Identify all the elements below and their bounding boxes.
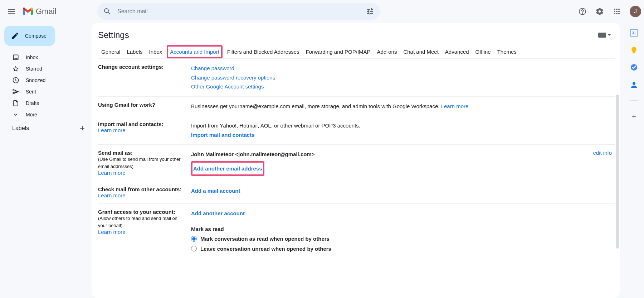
tab-advanced[interactable]: Advanced [442,45,472,58]
tasks-icon [630,64,638,71]
calendar-icon: 31 [630,29,638,37]
help-icon [578,7,587,16]
tab-accounts-import[interactable]: Accounts and Import [167,45,223,58]
scrollbar[interactable] [616,95,619,249]
star-icon [12,65,19,72]
add-mail-account-link[interactable]: Add a mail account [191,188,240,194]
tab-themes[interactable]: Themes [494,45,520,58]
add-label-button[interactable] [79,125,86,132]
compose-label: Compose [25,33,47,39]
get-addons-button[interactable] [630,112,638,121]
gmail-icon [23,8,33,15]
sidebar-item-starred[interactable]: Starred [3,63,92,74]
sidebar: Compose Inbox Starred Snoozed Sent Draft… [0,23,92,298]
search-button[interactable] [100,4,114,19]
search-options-button[interactable] [363,4,377,19]
sidebar-item-snoozed[interactable]: Snoozed [3,74,92,86]
tab-offline[interactable]: Offline [472,45,494,58]
change-password-link[interactable]: Change password [191,65,234,71]
apps-button[interactable] [610,4,624,19]
sidebar-item-sent[interactable]: Sent [3,86,92,97]
work-text: Businesses get yourname@example.com emai… [191,103,441,109]
change-recovery-link[interactable]: Change password recovery options [191,74,275,81]
plus-icon [79,125,86,132]
tab-forwarding[interactable]: Forwarding and POP/IMAP [303,45,374,58]
settings-tabs: General Labels Inbox Accounts and Import… [98,43,615,59]
tab-inbox[interactable]: Inbox [146,45,166,58]
sendas-sub: (Use Gmail to send mail from your other … [98,156,187,170]
account-avatar[interactable]: J [630,6,641,17]
compose-button[interactable]: Compose [4,26,55,46]
sidebar-item-drafts[interactable]: Drafts [3,97,92,109]
sendas-learn-more-link[interactable]: Learn more [98,170,126,176]
work-heading: Using Gmail for work? [98,102,187,108]
mark-read-radio[interactable] [191,236,197,242]
support-button[interactable] [575,4,590,19]
search-input[interactable] [114,8,363,15]
tasks-app-button[interactable] [630,63,638,72]
other-settings-link[interactable]: Other Google Account settings [191,83,264,90]
import-learn-more-link[interactable]: Learn more [98,127,126,133]
chevron-down-icon [12,111,19,118]
edit-info-link[interactable]: edit info [593,150,612,156]
main-content: Settings General Labels Inbox Accounts a… [92,23,620,298]
pencil-icon [11,32,19,40]
mark-read-option[interactable]: Mark conversation as read when opened by… [191,234,612,244]
side-divider [630,100,638,101]
sendas-identity: John Mailmeteor <john.mailmeteor@gmail.c… [191,150,569,159]
side-panel: 31 [624,23,644,298]
import-heading: Import mail and contacts: [98,121,187,127]
gmail-brand-text: Gmail [36,7,56,16]
gear-icon [595,7,604,16]
search-icon [103,7,112,16]
add-another-account-link[interactable]: Add another account [191,210,245,216]
plus-icon [630,113,638,120]
change-account-heading: Change account settings: [98,64,187,70]
calendar-app-button[interactable]: 31 [630,29,638,37]
apps-icon [613,7,621,16]
input-tools-button[interactable] [598,33,611,38]
keep-icon [630,47,638,54]
tune-icon [366,7,374,16]
send-icon [12,88,19,95]
svg-text:31: 31 [632,31,636,35]
contacts-app-button[interactable] [630,80,638,89]
clock-icon [12,77,19,84]
leave-unread-option[interactable]: Leave conversation unread when opened by… [191,244,612,254]
tab-filters[interactable]: Filters and Blocked Addresses [224,45,303,58]
keyboard-icon [598,33,606,38]
tab-addons[interactable]: Add-ons [374,45,400,58]
tab-chat-meet[interactable]: Chat and Meet [400,45,441,58]
import-text: Import from Yahoo!, Hotmail, AOL, or oth… [191,121,612,130]
page-title: Settings [98,30,129,40]
inbox-icon [12,54,19,61]
grant-learn-more-link[interactable]: Learn more [98,229,126,235]
import-action-link[interactable]: Import mail and contacts [191,132,255,138]
leave-unread-radio[interactable] [191,246,197,251]
file-icon [12,100,19,107]
svg-point-4 [633,82,635,85]
contacts-icon [630,81,638,88]
hamburger-icon [7,7,16,16]
tab-general[interactable]: General [98,45,123,58]
svg-rect-2 [633,53,635,53]
tab-labels[interactable]: Labels [123,45,146,58]
settings-button[interactable] [592,4,607,19]
checkmail-heading: Check mail from other accounts: [98,186,187,192]
add-email-address-link[interactable]: Add another email address [191,161,264,176]
grant-sub: (Allow others to read and send mail on y… [98,215,187,229]
sendas-heading: Send mail as: [98,150,187,156]
main-menu-button[interactable] [3,3,20,20]
sidebar-item-inbox[interactable]: Inbox [3,52,92,63]
mark-as-read-heading: Mark as read [191,225,612,234]
sidebar-item-more[interactable]: More [3,109,92,120]
dropdown-icon [608,33,611,37]
gmail-logo[interactable]: Gmail [23,7,94,16]
search-bar [97,3,380,20]
labels-heading: Labels [12,125,29,131]
grant-heading: Grant access to your account: [98,209,187,215]
checkmail-learn-more-link[interactable]: Learn more [98,192,126,198]
keep-app-button[interactable] [630,46,638,54]
work-learn-more-link[interactable]: Learn more [441,103,469,109]
